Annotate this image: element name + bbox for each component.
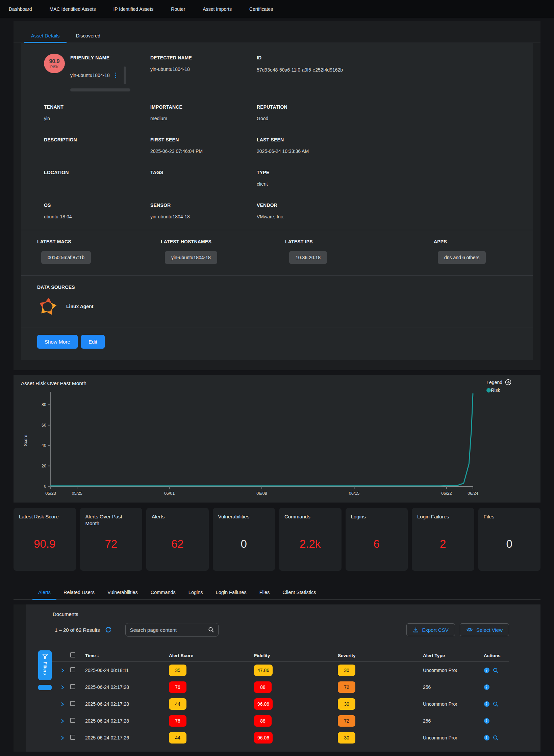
tags-label: TAGS (150, 170, 257, 175)
description-label: DESCRIPTION (44, 137, 150, 142)
header-fidelity[interactable]: Fidelity (254, 653, 338, 658)
svg-text:40: 40 (42, 443, 46, 448)
detail-tab-files[interactable]: Files (253, 586, 276, 599)
row-checkbox[interactable] (70, 701, 75, 706)
download-icon (413, 627, 419, 633)
nav-item-certificates[interactable]: Certificates (249, 6, 273, 12)
search-action-icon[interactable] (493, 735, 499, 741)
nav-item-mac-identified-assets[interactable]: MAC Identified Assets (50, 6, 96, 12)
info-icon[interactable] (484, 718, 490, 724)
header-alert-type[interactable]: Alert Type (423, 653, 484, 658)
legend-risk-label[interactable]: Risk (491, 387, 500, 393)
horizontal-scrollbar[interactable] (70, 88, 130, 91)
detail-tab-client-statistics[interactable]: Client Statistics (276, 586, 322, 599)
filter-funnel-icon (42, 654, 48, 659)
filters-tab-label: Filters (43, 662, 48, 675)
row-alert-type: 256 (423, 718, 457, 724)
expand-chevron-icon[interactable] (61, 719, 70, 724)
collapsed-side-tab[interactable] (38, 685, 52, 690)
row-actions (484, 735, 509, 741)
detail-tab-commands[interactable]: Commands (144, 586, 182, 599)
header-alert-score[interactable]: Alert Score (169, 653, 254, 658)
filters-tab[interactable]: Filters (38, 650, 52, 680)
search-input[interactable] (130, 627, 208, 633)
row-checkbox[interactable] (70, 667, 75, 672)
vertical-scrollbar[interactable] (124, 66, 126, 84)
tab-asset-details[interactable]: Asset Details (23, 30, 68, 43)
search-action-icon[interactable] (493, 701, 499, 707)
row-actions (484, 718, 509, 724)
legend-title: Legend (486, 380, 502, 385)
search-action-icon[interactable] (493, 668, 499, 673)
expand-chevron-icon[interactable] (61, 702, 70, 707)
type-label: TYPE (257, 170, 517, 175)
stat-value: 0 (478, 538, 541, 550)
select-view-button[interactable]: Select View (460, 623, 509, 636)
vendor-value: VMware, Inc. (257, 214, 517, 220)
tab-discovered[interactable]: Discovered (68, 30, 109, 43)
nav-item-asset-imports[interactable]: Asset Imports (203, 6, 232, 12)
detail-tab-login-failures[interactable]: Login Failures (209, 586, 253, 599)
table-row: 2025-06-24 08:18:11 35 47.86 30 Uncommon… (26, 662, 509, 679)
row-checkbox[interactable] (70, 735, 75, 740)
expand-chevron-icon[interactable] (61, 668, 70, 673)
nav-item-ip-identified-assets[interactable]: IP Identified Assets (113, 6, 153, 12)
sensor-label: SENSOR (150, 202, 257, 208)
latest-ip-chip: 10.36.20.18 (289, 251, 327, 264)
svg-text:0: 0 (44, 484, 46, 489)
stat-card-latest-risk-score: Latest Risk Score 90.9 (14, 508, 76, 571)
detail-tab-related-users[interactable]: Related Users (57, 586, 101, 599)
severity-badge: 72 (338, 681, 355, 693)
fidelity-badge: 96.06 (254, 732, 273, 744)
sort-desc-icon: ↓ (97, 653, 99, 658)
severity-badge: 72 (338, 715, 355, 727)
info-icon[interactable] (484, 667, 490, 673)
detail-tab-alerts[interactable]: Alerts (32, 586, 57, 599)
os-value: ubuntu-18.04 (44, 214, 150, 220)
severity-badge: 30 (338, 665, 355, 676)
severity-badge: 30 (338, 698, 355, 710)
stat-value: 2.2k (279, 538, 342, 550)
legend-risk-dot (486, 388, 491, 393)
stat-value: 6 (346, 538, 408, 550)
asset-fields-grid: 90.9 RISK FRIENDLY NAME yin-ubuntu1804-1… (44, 55, 517, 230)
nav-item-dashboard[interactable]: Dashboard (9, 6, 32, 12)
latest-macs-label: LATEST MACS (37, 239, 161, 244)
refresh-icon[interactable] (105, 626, 112, 633)
row-time: 2025-06-24 02:17:28 (85, 701, 169, 707)
header-time[interactable]: Time ↓ (85, 653, 169, 658)
row-checkbox[interactable] (70, 684, 75, 689)
row-checkbox[interactable] (70, 718, 75, 723)
asset-tabs: Asset DetailsDiscovered (14, 21, 540, 43)
svg-text:20: 20 (42, 464, 46, 468)
info-icon[interactable] (484, 735, 490, 741)
header-severity[interactable]: Severity (338, 653, 423, 658)
apps-label: APPS (434, 239, 517, 244)
show-more-button[interactable]: Show More (37, 335, 78, 349)
tenant-value: yin (44, 116, 150, 122)
select-all-checkbox[interactable] (70, 652, 75, 657)
expand-chevron-icon[interactable] (61, 685, 70, 690)
alert-score-badge: 35 (169, 665, 186, 676)
nav-item-router[interactable]: Router (171, 6, 185, 12)
more-options-icon[interactable] (115, 72, 117, 79)
export-csv-button[interactable]: Export CSV (406, 623, 455, 636)
data-source-name: Linux Agent (66, 304, 93, 309)
importance-label: IMPORTANCE (150, 104, 257, 110)
edit-button[interactable]: Edit (81, 335, 105, 349)
table-header: Time ↓ Alert Score Fidelity Severity Ale… (26, 649, 509, 662)
detail-tab-logins[interactable]: Logins (182, 586, 209, 599)
apps-chip[interactable]: dns and 6 others (438, 251, 486, 264)
info-icon[interactable] (484, 684, 490, 690)
legend-expand-arrow-icon[interactable] (505, 379, 511, 385)
vendor-label: VENDOR (257, 202, 517, 208)
expand-chevron-icon[interactable] (61, 735, 70, 740)
search-icon[interactable] (208, 627, 214, 633)
row-alert-type: Uncommon Process (423, 668, 457, 673)
info-icon[interactable] (484, 701, 490, 707)
stat-card-files: Files 0 (478, 508, 541, 571)
detail-tab-vulnerabilities[interactable]: Vulnerabilities (101, 586, 144, 599)
sensor-value: yin-ubuntu1804-18 (150, 214, 257, 220)
stat-label: Alerts Over Past Month (85, 513, 137, 526)
row-actions (484, 684, 509, 690)
